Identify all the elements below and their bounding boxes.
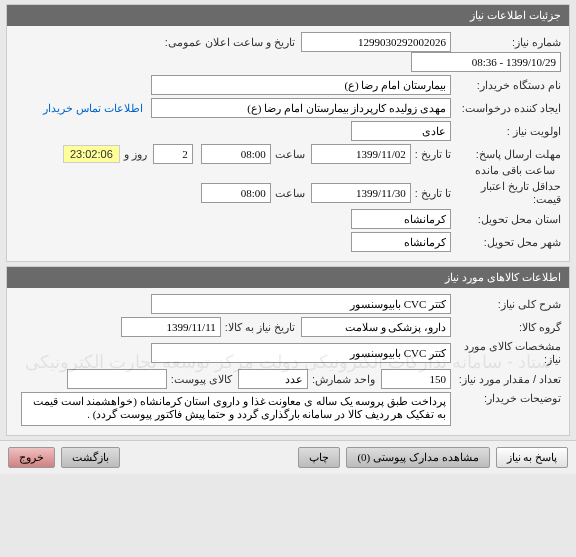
need-date-input[interactable]	[121, 317, 221, 337]
exit-button[interactable]: خروج	[8, 447, 55, 468]
days-label: روز و	[120, 148, 153, 161]
time-label-2: ساعت	[271, 187, 311, 200]
validity-label: حداقل تاریخ اعتبار قیمت:	[451, 180, 561, 206]
delivery-province-label: استان محل تحویل:	[451, 213, 561, 226]
need-date-label: تاریخ نیاز به کالا:	[221, 321, 301, 334]
buyer-note-label: توضیحات خریدار:	[451, 392, 561, 405]
attachments-count: (0)	[357, 451, 370, 463]
attach-input[interactable]	[67, 369, 167, 389]
priority-input[interactable]	[351, 121, 451, 141]
buyer-input[interactable]	[151, 75, 451, 95]
deadline-main-label: مهلت ارسال پاسخ:	[451, 148, 561, 161]
qty-input[interactable]	[381, 369, 451, 389]
time-label-1: ساعت	[271, 148, 311, 161]
qty-label: تعداد / مقدار مورد نیاز:	[451, 373, 561, 386]
attachments-button[interactable]: مشاهده مدارک پیوستی (0)	[346, 447, 489, 468]
reply-button[interactable]: پاسخ به نیاز	[496, 447, 569, 468]
back-button[interactable]: بازگشت	[61, 447, 120, 468]
contact-link[interactable]: اطلاعات تماس خریدار	[43, 102, 143, 115]
niaz-number-label: شماره نیاز:	[451, 36, 561, 49]
buyer-label: نام دستگاه خریدار:	[451, 79, 561, 92]
to-date-label-2: تا تاریخ :	[411, 187, 451, 200]
unit-input[interactable]	[238, 369, 308, 389]
remaining-label: ساعت باقی مانده	[471, 164, 561, 177]
group-label: گروه کالا:	[451, 321, 561, 334]
panel-header-1: جزئیات اطلاعات نیاز	[7, 5, 569, 26]
footer-toolbar: پاسخ به نیاز مشاهده مدارک پیوستی (0) چاپ…	[0, 440, 576, 474]
spec-label: مشخصات کالای مورد نیاز:	[451, 340, 561, 366]
deadline-date-input[interactable]	[311, 144, 411, 164]
niaz-number-input[interactable]	[301, 32, 451, 52]
public-datetime-label: تاریخ و ساعت اعلان عمومی:	[161, 36, 301, 49]
group-input[interactable]	[301, 317, 451, 337]
print-button[interactable]: چاپ	[298, 447, 340, 468]
deadline-time-input[interactable]	[201, 144, 271, 164]
unit-label: واحد شمارش:	[308, 373, 381, 386]
spec-input[interactable]	[151, 343, 451, 363]
goods-info-panel: اطلاعات کالاهای مورد نیاز ستاد - سامانه …	[6, 266, 570, 436]
delivery-city-input[interactable]	[351, 232, 451, 252]
buyer-note-textarea[interactable]	[21, 392, 451, 426]
desc-label: شرح کلی نیاز:	[451, 298, 561, 311]
priority-label: اولویت نیاز :	[451, 125, 561, 138]
validity-time-input[interactable]	[201, 183, 271, 203]
panel-header-2: اطلاعات کالاهای مورد نیاز	[7, 267, 569, 288]
days-input[interactable]	[153, 144, 193, 164]
public-datetime-input[interactable]	[411, 52, 561, 72]
attach-label: کالای پیوست:	[167, 373, 238, 386]
delivery-province-input[interactable]	[351, 209, 451, 229]
creator-label: ایجاد کننده درخواست:	[451, 102, 561, 115]
to-date-label: تا تاریخ :	[411, 148, 451, 161]
validity-date-input[interactable]	[311, 183, 411, 203]
countdown-timer: 23:02:06	[63, 145, 120, 163]
creator-input[interactable]	[151, 98, 451, 118]
desc-input[interactable]	[151, 294, 451, 314]
attachments-label: مشاهده مدارک پیوستی	[373, 451, 479, 463]
need-details-panel: جزئیات اطلاعات نیاز شماره نیاز: تاریخ و …	[6, 4, 570, 262]
delivery-city-label: شهر محل تحویل:	[451, 236, 561, 249]
